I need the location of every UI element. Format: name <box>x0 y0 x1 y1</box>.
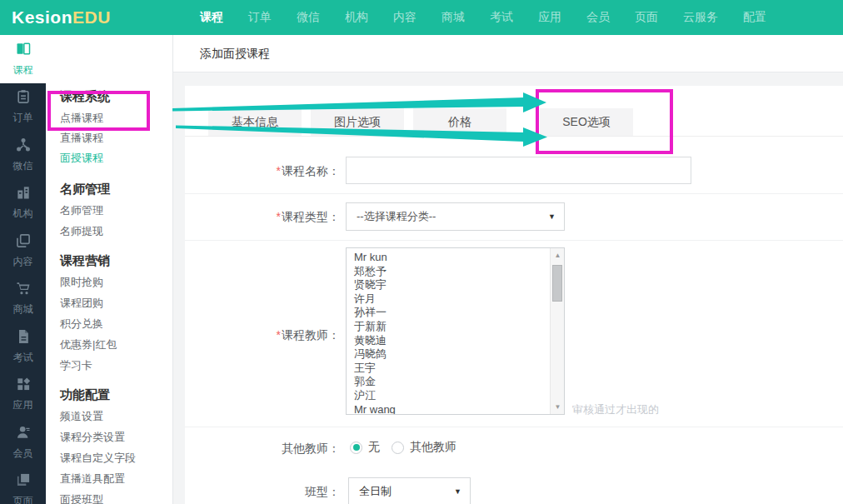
teacher-hint-text: 审核通过才出现的 <box>572 402 659 417</box>
book-icon <box>15 41 32 61</box>
user-icon <box>15 424 32 444</box>
apps-icon <box>15 376 32 396</box>
menu-item-channel-settings[interactable]: 频道设置 <box>60 408 103 425</box>
other-teacher-label: 其他教师： <box>185 442 340 457</box>
listbox-scrollbar[interactable]: ▲ ▼ <box>550 248 564 414</box>
teacher-option[interactable]: 贤晓宇 <box>347 278 564 292</box>
top-nav-wechat[interactable]: 微信 <box>297 10 320 25</box>
menu-item-group-buy[interactable]: 课程团购 <box>60 295 103 312</box>
class-type-label: 班型： <box>185 485 340 500</box>
logo-part1: Kesion <box>12 7 72 27</box>
tab-seo-options[interactable]: SEO选项 <box>540 108 633 136</box>
teacher-option[interactable]: 于新新 <box>347 320 564 334</box>
menu-item-points-exchange[interactable]: 积分兑换 <box>60 316 103 332</box>
teacher-option[interactable]: 沪江 <box>347 389 564 403</box>
teacher-option[interactable]: 郭金 <box>347 375 564 389</box>
scroll-down-icon[interactable]: ▼ <box>551 401 565 413</box>
sidebar-item-mall[interactable]: 商城 <box>0 275 46 323</box>
documents-icon <box>15 232 32 252</box>
teacher-option[interactable]: 冯晓鸽 <box>347 347 564 362</box>
teacher-option-list: Mr kun 郑愁予 贤晓宇 许月 孙祥一 于新新 黄晓迪 冯晓鸽 王宇 郭金 … <box>347 248 564 415</box>
icon-sidebar: 课程 订单 微信 机构 内容 商城 考试 应用 <box>0 35 46 504</box>
top-header: KesionEDU 课程 订单 微信 机构 内容 商城 考试 应用 会员 页面 … <box>0 0 843 35</box>
app-logo[interactable]: KesionEDU <box>12 0 111 35</box>
menu-item-category-settings[interactable]: 课程分类设置 <box>60 429 125 446</box>
other-teacher-radio-group: 无 其他教师 <box>350 440 456 455</box>
menu-section-teacher-mgmt: 名师管理 <box>60 181 110 197</box>
chevron-down-icon: ▼ <box>454 478 461 504</box>
menu-item-custom-fields[interactable]: 课程自定义字段 <box>60 450 136 467</box>
menu-item-flash-sale[interactable]: 限时抢购 <box>60 274 103 291</box>
sidebar-item-wechat[interactable]: 微信 <box>0 131 46 179</box>
pages-icon <box>15 472 32 492</box>
sidebar-item-orders[interactable]: 订单 <box>0 83 46 132</box>
menu-item-teacher-mgmt[interactable]: 名师管理 <box>60 202 103 219</box>
top-nav-courses[interactable]: 课程 <box>200 10 223 25</box>
top-nav-exam[interactable]: 考试 <box>490 10 513 25</box>
menu-sidebar: 课程系统 点播课程 直播课程 面授课程 名师管理 名师管理 名师提现 课程营销 … <box>46 35 173 504</box>
teacher-option[interactable]: 王宇 <box>347 362 564 376</box>
teacher-option[interactable]: 黄晓迪 <box>347 334 564 348</box>
menu-item-offline-class-type[interactable]: 面授班型 <box>60 492 103 504</box>
sidebar-item-members[interactable]: 会员 <box>0 418 46 467</box>
required-mark: * <box>277 164 281 177</box>
sidebar-item-apps[interactable]: 应用 <box>0 371 46 419</box>
course-name-input[interactable] <box>346 157 691 184</box>
teacher-option[interactable]: 郑愁予 <box>347 265 564 279</box>
tab-divider <box>185 136 843 137</box>
radio-circle <box>350 442 362 454</box>
top-nav-institution[interactable]: 机构 <box>345 10 368 25</box>
class-type-select[interactable]: 全日制 ▼ <box>348 477 471 504</box>
course-teacher-listbox[interactable]: Mr kun 郑愁予 贤晓宇 许月 孙祥一 于新新 黄晓迪 冯晓鸽 王宇 郭金 … <box>346 247 565 415</box>
teacher-option[interactable]: Mr wang <box>347 403 564 415</box>
top-nav: 课程 订单 微信 机构 内容 商城 考试 应用 会员 页面 云服务 配置 <box>200 0 766 35</box>
building-icon <box>15 184 32 204</box>
teacher-option[interactable]: 许月 <box>347 292 564 307</box>
menu-section-course-system: 课程系统 <box>60 88 110 105</box>
chevron-down-icon: ▼ <box>548 203 556 230</box>
share-icon <box>15 137 32 157</box>
top-nav-apps[interactable]: 应用 <box>538 10 561 25</box>
teacher-option[interactable]: 孙祥一 <box>347 306 564 320</box>
required-mark: * <box>277 328 281 342</box>
top-nav-content[interactable]: 内容 <box>393 10 417 25</box>
menu-item-teacher-withdraw[interactable]: 名师提现 <box>60 223 103 240</box>
menu-item-live-course[interactable]: 直播课程 <box>60 130 103 147</box>
top-nav-mall[interactable]: 商城 <box>441 10 465 25</box>
sidebar-item-courses[interactable]: 课程 <box>0 35 46 83</box>
sidebar-item-content[interactable]: 内容 <box>0 227 46 275</box>
menu-section-course-marketing: 课程营销 <box>60 252 110 269</box>
row-divider <box>185 240 843 241</box>
tab-price[interactable]: 价格 <box>413 108 506 136</box>
radio-none[interactable]: 无 <box>350 440 380 455</box>
row-divider <box>185 427 843 427</box>
top-nav-cloud[interactable]: 云服务 <box>683 10 718 25</box>
scrollbar-thumb[interactable] <box>552 265 562 302</box>
radio-other-teacher[interactable]: 其他教师 <box>392 440 456 455</box>
menu-item-offline-course[interactable]: 面授课程 <box>60 150 103 167</box>
sidebar-item-institution[interactable]: 机构 <box>0 179 46 227</box>
top-nav-orders[interactable]: 订单 <box>248 10 272 25</box>
course-type-select[interactable]: --选择课程分类-- ▼ <box>346 202 565 231</box>
scroll-up-icon[interactable]: ▲ <box>551 249 565 262</box>
sidebar-item-exam[interactable]: 考试 <box>0 322 46 371</box>
top-nav-pages[interactable]: 页面 <box>635 10 658 25</box>
page-title: 添加面授课程 <box>200 35 270 72</box>
top-nav-config[interactable]: 配置 <box>743 10 766 25</box>
page-title-bar: 添加面授课程 <box>173 35 843 72</box>
radio-circle <box>392 442 404 454</box>
app-root: KesionEDU 课程 订单 微信 机构 内容 商城 考试 应用 会员 页面 … <box>0 0 843 504</box>
menu-section-function-config: 功能配置 <box>60 387 110 403</box>
cart-icon <box>15 280 32 300</box>
row-divider <box>185 193 843 194</box>
menu-item-coupon-redpacket[interactable]: 优惠券|红包 <box>60 337 117 353</box>
sidebar-item-pages[interactable]: 页面 <box>0 467 46 504</box>
menu-item-study-card[interactable]: 学习卡 <box>60 357 92 374</box>
teacher-option[interactable]: Mr kun <box>347 251 564 265</box>
menu-item-vod-course[interactable]: 点播课程 <box>60 110 103 127</box>
top-nav-members[interactable]: 会员 <box>586 10 610 25</box>
menu-item-live-props-config[interactable]: 直播道具配置 <box>60 471 125 487</box>
course-teacher-label: *课程教师： <box>185 328 340 343</box>
tab-basic-info[interactable]: 基本信息 <box>208 108 302 136</box>
tab-image-options[interactable]: 图片选项 <box>311 108 404 136</box>
